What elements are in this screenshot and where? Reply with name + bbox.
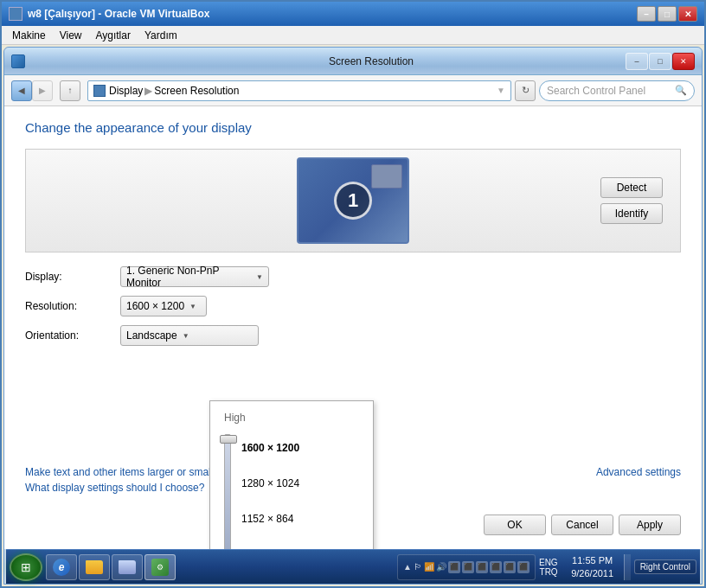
win7-window: Screen Resolution – □ ✕ ◀ ▶ ↑ Display ▶ … <box>3 47 703 585</box>
folder-icon <box>86 560 103 574</box>
vbox-titlebar: w8 [Çalışıyor] - Oracle VM VirtualBox – … <box>2 2 704 26</box>
address-arrow: ▶ <box>144 85 152 97</box>
tray-icon-4: ⬛ <box>490 561 502 573</box>
resolution-label: Resolution: <box>25 300 120 312</box>
win7-taskbar: ⊞ e ⚙ ▲ 🏳 📶 🔊 ⬛ ⬛ ⬛ ⬛ <box>6 549 700 584</box>
address-bar[interactable]: Display ▶ Screen Resolution ▼ <box>87 80 511 101</box>
orientation-dropdown[interactable]: Landscape ▼ <box>120 325 259 346</box>
display-label: Display: <box>25 271 120 283</box>
right-control-label: Right Control <box>634 559 696 574</box>
start-button[interactable]: ⊞ <box>10 553 42 581</box>
tray-icon-1: ⬛ <box>448 561 460 573</box>
flag-icon: 🏳 <box>414 562 422 572</box>
resolution-slider-track[interactable] <box>224 434 231 549</box>
tray-icon-3: ⬛ <box>476 561 488 573</box>
vbox-minimize-button[interactable]: – <box>637 6 656 22</box>
vbox-restore-button[interactable]: □ <box>658 6 677 22</box>
date-text: 9/26/2011 <box>571 567 613 579</box>
tray-icon-6: ⬛ <box>517 561 530 573</box>
clock-area[interactable]: 11:55 PM 9/26/2011 <box>565 554 620 579</box>
orientation-label: Orientation: <box>25 329 120 342</box>
win7-addressbar: ◀ ▶ ↑ Display ▶ Screen Resolution ▼ ↻ Se… <box>4 75 702 106</box>
time-text: 11:55 PM <box>572 554 613 566</box>
win7-close-button[interactable]: ✕ <box>672 53 695 70</box>
resolution-dropdown[interactable]: 1600 × 1200 ▼ <box>120 296 207 316</box>
cp-icon: ⚙ <box>151 559 169 576</box>
ok-button[interactable]: OK <box>484 514 546 535</box>
menu-view[interactable]: View <box>53 28 89 43</box>
cancel-button[interactable]: Cancel <box>551 514 613 535</box>
menu-aygitlar[interactable]: Aygıtlar <box>88 28 137 43</box>
display-dropdown[interactable]: 1. Generic Non-PnP Monitor ▼ <box>120 266 269 287</box>
win7-titlebar: Screen Resolution – □ ✕ <box>4 48 702 75</box>
lang-area: ENG TRQ <box>539 558 558 577</box>
display-settings-link[interactable]: What display settings should I choose? <box>25 482 222 494</box>
show-desktop-button[interactable] <box>624 554 631 580</box>
bottom-links: Make text and other items larger or smal… <box>25 466 222 497</box>
res-slider-area: 1600 × 1200 1280 × 1024 1152 × 864 1024 … <box>210 427 373 549</box>
address-display: Display <box>109 85 143 97</box>
virtualbox-window: w8 [Çalışıyor] - Oracle VM VirtualBox – … <box>0 0 706 588</box>
resolution-slider-thumb[interactable] <box>220 435 237 444</box>
network-icon: 📶 <box>424 562 434 572</box>
nav-buttons: ◀ ▶ <box>11 80 53 101</box>
search-icon: 🔍 <box>675 85 687 96</box>
taskbar-cp[interactable]: ⚙ <box>144 554 176 580</box>
display-dropdown-arrow-icon: ▼ <box>256 273 263 281</box>
resolution-row: Resolution: 1600 × 1200 ▼ <box>25 296 681 316</box>
detect-button[interactable]: Detect <box>600 177 663 198</box>
lang2-text: TRQ <box>540 567 558 577</box>
up-button[interactable]: ↑ <box>60 80 80 101</box>
orientation-value: Landscape <box>126 329 177 342</box>
win7-icon <box>11 54 25 68</box>
taskbar-folder2[interactable] <box>112 554 143 580</box>
detect-identify-buttons: Detect Identify <box>600 177 663 224</box>
taskbar-folder[interactable] <box>79 554 110 580</box>
res-option-1280[interactable]: 1280 × 1024 <box>238 466 359 501</box>
res-option-1024[interactable]: 1024 × 768 <box>238 537 359 549</box>
identify-button[interactable]: Identify <box>600 203 663 224</box>
page-heading: Change the appearance of your display <box>25 120 681 135</box>
vbox-icon <box>9 7 22 21</box>
menu-makine[interactable]: Makine <box>5 28 53 43</box>
vbox-menubar: Makine View Aygıtlar Yardım <box>2 26 704 45</box>
monitor-display-area: 1 Detect Identify <box>25 149 681 252</box>
dropdown-arrow-icon: ▼ <box>497 86 505 95</box>
win7-minimize-button[interactable]: – <box>626 53 648 70</box>
address-resolution: Screen Resolution <box>154 85 239 97</box>
text-size-link[interactable]: Make text and other items larger or smal… <box>25 466 222 478</box>
systray: ▲ 🏳 📶 🔊 ⬛ ⬛ ⬛ ⬛ ⬛ ⬛ <box>397 554 536 580</box>
advanced-settings-link[interactable]: Advanced settings <box>596 466 681 478</box>
display-value: 1. Generic Non-PnP Monitor <box>126 265 251 289</box>
vbox-window-controls: – □ ✕ <box>637 6 697 22</box>
apply-button[interactable]: Apply <box>619 514 681 535</box>
vbox-close-button[interactable]: ✕ <box>678 6 697 22</box>
refresh-button[interactable]: ↻ <box>515 80 536 101</box>
folder2-icon <box>119 560 136 574</box>
forward-button[interactable]: ▶ <box>32 80 53 101</box>
tray-icon-5: ⬛ <box>504 561 516 573</box>
slider-container <box>224 431 231 549</box>
orientation-row: Orientation: Landscape ▼ <box>25 325 681 346</box>
res-option-1600[interactable]: 1600 × 1200 <box>238 431 359 465</box>
search-box[interactable]: Search Control Panel 🔍 <box>539 80 695 101</box>
resolution-options: 1600 × 1200 1280 × 1024 1152 × 864 1024 … <box>238 431 359 549</box>
vbox-title: w8 [Çalışıyor] - Oracle VM VirtualBox <box>28 8 637 20</box>
ie-icon: e <box>53 559 70 576</box>
monitor-small-icon <box>371 164 402 189</box>
res-option-1152[interactable]: 1152 × 864 <box>238 502 359 536</box>
menu-yardim[interactable]: Yardım <box>138 28 184 43</box>
resolution-dropdown-arrow-icon: ▼ <box>189 303 196 310</box>
back-button[interactable]: ◀ <box>11 80 32 101</box>
win7-content: Change the appearance of your display 1 … <box>4 106 702 549</box>
speaker-icon: 🔊 <box>436 562 446 572</box>
orientation-dropdown-arrow-icon: ▼ <box>183 332 189 340</box>
monitor-display[interactable]: 1 <box>297 157 409 244</box>
dialog-buttons: OK Cancel Apply <box>484 514 681 535</box>
taskbar-ie[interactable]: e <box>46 554 77 580</box>
resolution-value: 1600 × 1200 <box>126 300 184 312</box>
res-high-label: High <box>210 408 373 427</box>
address-icon <box>93 85 106 97</box>
win7-restore-button[interactable]: □ <box>649 53 671 70</box>
tray-icon-2: ⬛ <box>462 561 474 573</box>
